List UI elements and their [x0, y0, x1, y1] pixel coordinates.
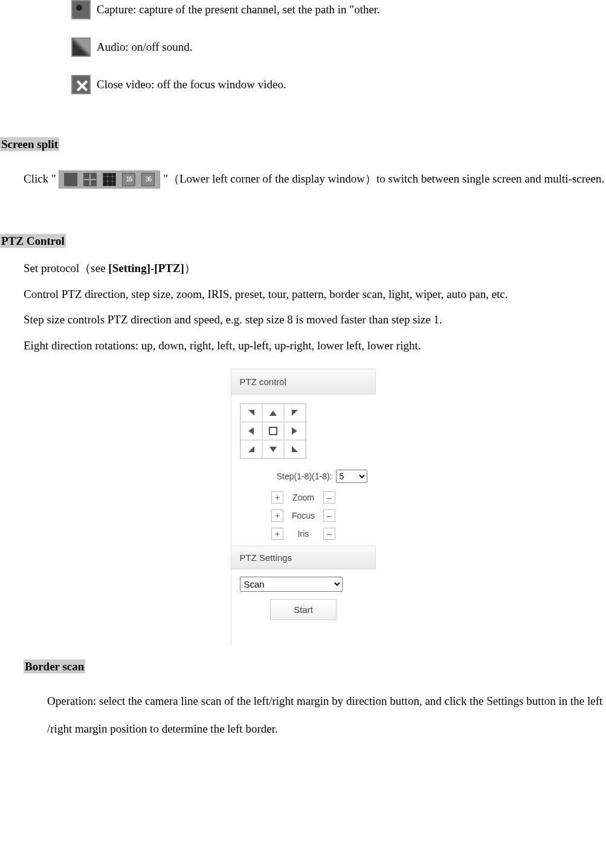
capture-icon: [71, 0, 91, 19]
ptz-panel: PTZ control Step(1-8)(1-8): 5 +: [231, 369, 376, 646]
ptz-up-right-button[interactable]: [284, 404, 306, 422]
close-video-label: Close video: off the focus window video.: [97, 77, 286, 93]
step-label: Step(1-8)(1-8):: [277, 471, 332, 483]
ptz-line1: Set protocol（see [Setting]-[PTZ]）: [24, 261, 606, 277]
border-scan-heading: Border scan: [24, 659, 85, 673]
ptz-line3: Step size controls PTZ direction and spe…: [24, 312, 606, 328]
click-suffix: "（Lower left corner of the display windo…: [163, 172, 604, 185]
ptz-line1-post: ）: [184, 262, 196, 274]
ptz-control-heading: PTZ Control: [0, 234, 66, 248]
ptz-line2: Control PTZ direction, step size, zoom, …: [24, 287, 606, 303]
ptz-up-left-button[interactable]: [240, 404, 262, 422]
ptz-setting-ref: [Setting]: [108, 262, 150, 274]
screen-split-heading: Screen split: [0, 137, 59, 151]
ptz-ptz-ref: [PTZ]: [154, 262, 184, 274]
iris-minus-button[interactable]: –: [323, 528, 335, 540]
split-toolbar: 16 36: [59, 170, 160, 189]
ptz-panel-title: PTZ control: [231, 369, 376, 395]
zoom-plus-button[interactable]: +: [271, 491, 283, 504]
ptz-line1-pre: Set protocol（see: [24, 262, 108, 274]
audio-label: Audio: on/off sound.: [97, 39, 193, 56]
ptz-center-button[interactable]: [262, 422, 284, 440]
ptz-line4: Eight direction rotations: up, down, rig…: [24, 338, 606, 354]
ptz-dpad: [240, 403, 306, 459]
ptz-down-right-button[interactable]: [284, 440, 306, 458]
split-4-icon[interactable]: [83, 173, 97, 186]
iris-plus-button[interactable]: +: [271, 528, 283, 540]
ptz-left-button[interactable]: [240, 422, 262, 440]
ptz-down-left-button[interactable]: [240, 440, 262, 458]
ptz-settings-title: PTZ Settings: [231, 546, 376, 569]
audio-icon: [71, 37, 91, 57]
click-prefix: Click ": [24, 172, 56, 185]
split-36-icon[interactable]: 36: [141, 173, 155, 186]
border-scan-body: Operation: select the camera line scan o…: [47, 687, 606, 742]
split-9-icon[interactable]: [103, 173, 116, 186]
zoom-label: Zoom: [289, 492, 317, 504]
iris-label: Iris: [289, 528, 317, 540]
zoom-minus-button[interactable]: –: [323, 491, 335, 504]
split-1-icon[interactable]: [64, 173, 77, 186]
ptz-mode-select[interactable]: Scan: [240, 577, 343, 592]
focus-label: Focus: [289, 510, 317, 522]
ptz-down-button[interactable]: [262, 440, 284, 458]
focus-plus-button[interactable]: +: [271, 510, 283, 522]
start-button[interactable]: Start: [270, 599, 337, 620]
capture-label: Capture: capture of the present channel,…: [97, 2, 380, 18]
screen-split-paragraph: Click " 16 36 "（Lower left corner of the…: [24, 166, 606, 192]
ptz-right-button[interactable]: [284, 422, 306, 440]
close-video-icon: [71, 75, 91, 94]
focus-minus-button[interactable]: –: [323, 510, 335, 522]
split-16-icon[interactable]: 16: [122, 173, 135, 186]
ptz-up-button[interactable]: [262, 404, 284, 422]
step-select[interactable]: 5: [336, 470, 367, 483]
